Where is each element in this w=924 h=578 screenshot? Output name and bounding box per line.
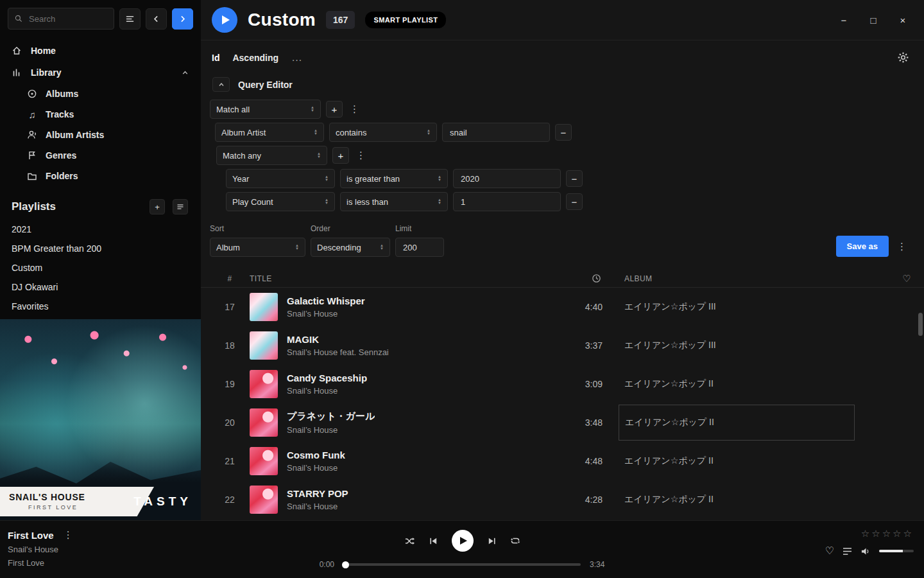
value-input[interactable] bbox=[459, 197, 554, 207]
nav-label: Album Artists bbox=[46, 130, 104, 140]
playlist-view-button[interactable] bbox=[173, 199, 188, 215]
now-playing-title: First Love bbox=[8, 530, 54, 541]
playlist-item[interactable]: BPM Greater than 200 bbox=[0, 239, 201, 258]
save-as-button[interactable]: Save as bbox=[836, 236, 889, 257]
search-input[interactable] bbox=[28, 13, 107, 24]
play-button[interactable] bbox=[452, 530, 474, 552]
cover-label-logo: TASTY bbox=[133, 495, 192, 509]
star-icon[interactable]: ☆ bbox=[882, 528, 893, 539]
sidebar-item-library[interactable]: Library bbox=[0, 62, 201, 83]
field-select[interactable]: Year ▲▼ bbox=[226, 169, 335, 188]
track-album[interactable]: エイリアン☆ポップ III bbox=[603, 340, 878, 351]
shuffle-button[interactable] bbox=[404, 536, 415, 546]
remove-rule-button[interactable]: − bbox=[555, 124, 572, 141]
menu-button[interactable] bbox=[119, 8, 141, 30]
operator-select[interactable]: is less than ▲▼ bbox=[340, 192, 448, 211]
window-close-button[interactable]: × bbox=[888, 9, 918, 31]
nav-forward-button[interactable] bbox=[172, 8, 193, 30]
limit-input[interactable] bbox=[402, 242, 438, 253]
field-select[interactable]: Album Artist ▲▼ bbox=[215, 123, 324, 142]
order-select[interactable]: Descending ▲▼ bbox=[311, 238, 390, 257]
match-type-select[interactable]: Match any ▲▼ bbox=[216, 146, 327, 165]
add-playlist-button[interactable]: + bbox=[150, 199, 165, 215]
group-menu-button[interactable]: ⋮ bbox=[354, 150, 368, 161]
queue-button[interactable] bbox=[843, 547, 852, 556]
chevron-up-icon[interactable] bbox=[181, 69, 189, 77]
track-album[interactable]: エイリアン☆ポップ II bbox=[603, 405, 878, 441]
playlist-item[interactable]: Custom bbox=[0, 258, 201, 277]
remove-rule-button[interactable]: − bbox=[566, 170, 583, 187]
next-button[interactable] bbox=[487, 536, 497, 546]
playlist-item[interactable]: Favorites bbox=[0, 297, 201, 316]
track-album[interactable]: エイリアン☆ポップ III bbox=[603, 301, 878, 313]
track-row[interactable]: 21 Cosmo Funk Snail’s House 4:48 エイリアン☆ポ… bbox=[201, 442, 924, 480]
volume-slider[interactable] bbox=[879, 550, 914, 552]
track-row[interactable]: 22 STARRY POP Snail’s House 4:28 エイリアン☆ポ… bbox=[201, 480, 924, 519]
minus-icon: − bbox=[572, 173, 578, 184]
add-rule-button[interactable]: + bbox=[326, 101, 343, 118]
column-header-duration[interactable] bbox=[551, 274, 603, 283]
sidebar-item-genres[interactable]: Genres bbox=[0, 145, 201, 166]
dropdown-arrows-icon: ▲▼ bbox=[438, 175, 441, 182]
playlist-item[interactable]: DJ Okawari bbox=[0, 277, 201, 297]
track-album[interactable]: エイリアン☆ポップ II bbox=[603, 378, 878, 390]
settings-button[interactable] bbox=[898, 52, 909, 63]
star-icon[interactable]: ☆ bbox=[871, 528, 882, 539]
group-menu-button[interactable]: ⋮ bbox=[348, 103, 361, 115]
repeat-button[interactable] bbox=[510, 536, 520, 546]
sidebar-item-albums[interactable]: Albums bbox=[0, 83, 201, 104]
sidebar-item-folders[interactable]: Folders bbox=[0, 166, 201, 186]
sort-field-button[interactable]: Id bbox=[212, 53, 219, 63]
operator-select[interactable]: contains ▲▼ bbox=[329, 123, 437, 142]
sidebar-item-tracks[interactable]: ♫ Tracks bbox=[0, 104, 201, 125]
column-header-favorite[interactable]: ♡ bbox=[878, 273, 914, 285]
column-header-album[interactable]: ALBUM bbox=[603, 274, 878, 283]
sort-direction-button[interactable]: Ascending bbox=[232, 53, 278, 63]
track-row[interactable]: 19 Candy Spaceship Snail’s House 3:09 エイ… bbox=[201, 365, 924, 403]
app-window: Home Library bbox=[0, 0, 924, 520]
track-row[interactable]: 20 プラネット・ガール Snail’s House 3:48 エイリアン☆ポッ… bbox=[201, 403, 924, 442]
track-album[interactable]: エイリアン☆ポップ II bbox=[603, 494, 878, 505]
window-maximize-button[interactable]: □ bbox=[859, 9, 888, 31]
previous-button[interactable] bbox=[429, 536, 438, 546]
toolbar-more-button[interactable]: … bbox=[291, 55, 302, 61]
star-icon[interactable]: ☆ bbox=[893, 528, 903, 539]
field-select[interactable]: Play Count ▲▼ bbox=[226, 192, 335, 211]
search-box[interactable] bbox=[8, 8, 114, 30]
match-type-select[interactable]: Match all ▲▼ bbox=[210, 100, 321, 119]
track-row[interactable]: 18 MAGIK Snail’s House feat. Sennzai 3:3… bbox=[201, 326, 924, 365]
playlist-item[interactable]: 2021 bbox=[0, 220, 201, 239]
operator-select[interactable]: is greater than ▲▼ bbox=[340, 169, 448, 188]
progress-knob[interactable] bbox=[342, 561, 349, 568]
track-album[interactable]: エイリアン☆ポップ II bbox=[603, 455, 878, 467]
track-thumbnail bbox=[250, 447, 278, 475]
volume-button[interactable] bbox=[860, 547, 871, 556]
query-sort-row: Sort Album ▲▼ Order Descending ▲▼ Limit bbox=[201, 211, 924, 257]
value-input[interactable] bbox=[449, 127, 543, 138]
add-rule-button[interactable]: + bbox=[332, 147, 349, 164]
favorite-button[interactable]: ♡ bbox=[825, 546, 834, 556]
value-input[interactable] bbox=[459, 173, 554, 184]
track-menu-button[interactable]: ⋮ bbox=[62, 529, 75, 541]
nav-back-button[interactable] bbox=[146, 8, 167, 30]
sort-select[interactable]: Album ▲▼ bbox=[210, 238, 305, 257]
minus-icon: − bbox=[572, 197, 578, 207]
progress-bar[interactable] bbox=[343, 563, 581, 566]
query-editor-collapse-button[interactable] bbox=[212, 77, 230, 92]
column-header-num[interactable]: # bbox=[210, 274, 250, 283]
scrollbar-thumb[interactable] bbox=[918, 313, 923, 336]
select-value: Album bbox=[216, 243, 240, 252]
track-number: 19 bbox=[210, 379, 250, 389]
star-icon[interactable]: ☆ bbox=[861, 528, 871, 539]
query-rule-row: Year ▲▼ is greater than ▲▼ − bbox=[226, 169, 924, 188]
track-row[interactable]: 17 Galactic Whisper Snail’s House 4:40 エ… bbox=[201, 288, 924, 326]
sidebar-item-home[interactable]: Home bbox=[0, 40, 201, 62]
window-minimize-button[interactable]: − bbox=[829, 9, 859, 31]
sidebar-item-album-artists[interactable]: Album Artists bbox=[0, 125, 201, 145]
nav-label: Folders bbox=[46, 171, 78, 181]
column-header-title[interactable]: TITLE bbox=[250, 274, 551, 283]
remove-rule-button[interactable]: − bbox=[566, 193, 583, 210]
query-menu-button[interactable]: ⋮ bbox=[895, 241, 909, 252]
playlist-play-button[interactable] bbox=[212, 7, 237, 33]
star-icon[interactable]: ☆ bbox=[903, 528, 914, 539]
